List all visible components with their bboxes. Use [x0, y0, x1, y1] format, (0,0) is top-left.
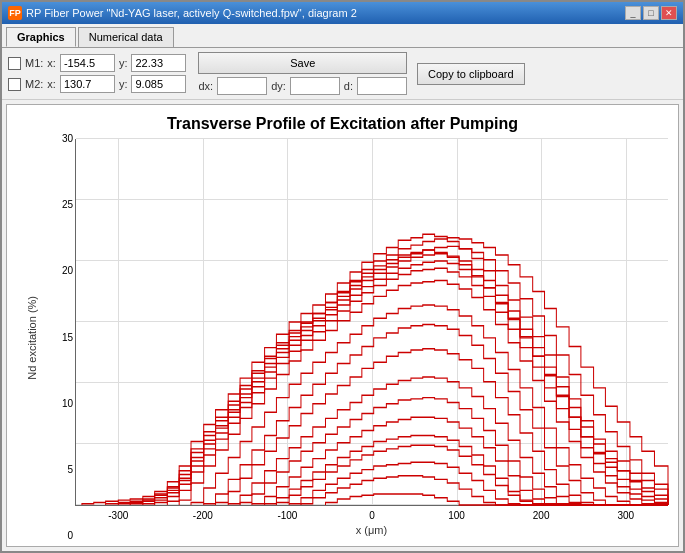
dx-input[interactable] [217, 77, 267, 95]
y-axis-wrapper: Nd excitation (%) [17, 139, 47, 536]
m1-y-input[interactable] [131, 54, 186, 72]
profile-20 [155, 261, 668, 505]
window-title: RP Fiber Power "Nd-YAG laser, actively Q… [26, 7, 357, 19]
save-button[interactable]: Save [198, 52, 407, 74]
ytick-25: 25 [62, 199, 73, 210]
m2-y-label: y: [119, 78, 128, 90]
button-group: Save dx: dy: d: [198, 52, 407, 95]
profile-2 [106, 250, 668, 505]
m1-y-label: y: [119, 57, 128, 69]
toolbar: M1: x: y: M2: x: y: Save dx: [2, 48, 683, 100]
copy-group: Copy to clipboard [417, 63, 525, 85]
m2-label: M2: [25, 78, 43, 90]
m2-x-label: x: [47, 78, 56, 90]
dx-dy-row: dx: dy: d: [198, 77, 407, 95]
chart-container: Transverse Profile of Excitation after P… [6, 104, 679, 547]
window-controls: _ □ ✕ [625, 6, 677, 20]
y-axis-label: Nd excitation (%) [22, 296, 42, 380]
profile-13 [191, 305, 668, 505]
xtick-n300: -300 [108, 510, 128, 521]
profile-22 [143, 254, 668, 505]
xtick-n200: -200 [193, 510, 213, 521]
ytick-0: 0 [67, 530, 73, 541]
m2-y-input[interactable] [131, 75, 186, 93]
close-button[interactable]: ✕ [661, 6, 677, 20]
minimize-button[interactable]: _ [625, 6, 641, 20]
profile-18 [167, 268, 668, 505]
xtick-0: 0 [369, 510, 375, 521]
main-window: FP RP Fiber Power "Nd-YAG laser, activel… [0, 0, 685, 553]
profile-8 [216, 349, 668, 505]
tabs-bar: Graphics Numerical data [2, 24, 683, 48]
title-bar: FP RP Fiber Power "Nd-YAG laser, activel… [2, 2, 683, 24]
x-axis-label: x (μm) [75, 524, 668, 536]
xtick-200: 200 [533, 510, 550, 521]
xtick-n100: -100 [277, 510, 297, 521]
m1-checkbox[interactable] [8, 57, 21, 70]
xtick-300: 300 [617, 510, 634, 521]
m2-checkbox[interactable] [8, 78, 21, 91]
dx-label: dx: [198, 80, 213, 92]
m1-row: M1: x: y: [8, 54, 186, 72]
m2-row: M2: x: y: [8, 75, 186, 93]
chart-plot-area: -300 -200 -100 0 100 200 300 .profile-li… [75, 139, 668, 506]
ytick-30: 30 [62, 133, 73, 144]
maximize-button[interactable]: □ [643, 6, 659, 20]
y-tick-labels: 0 5 10 15 20 25 30 [47, 139, 75, 536]
chart-area: Nd excitation (%) 0 5 10 15 20 25 30 [17, 139, 668, 536]
chart-title: Transverse Profile of Excitation after P… [17, 115, 668, 133]
dy-label: dy: [271, 80, 286, 92]
ytick-15: 15 [62, 332, 73, 343]
copy-to-clipboard-button[interactable]: Copy to clipboard [417, 63, 525, 85]
app-icon: FP [8, 6, 22, 20]
markers-column: M1: x: y: M2: x: y: [8, 54, 186, 93]
tab-numerical-data[interactable]: Numerical data [78, 27, 174, 47]
plot-wrapper: -300 -200 -100 0 100 200 300 .profile-li… [75, 139, 668, 536]
tab-graphics[interactable]: Graphics [6, 27, 76, 47]
ytick-10: 10 [62, 398, 73, 409]
m1-x-label: x: [47, 57, 56, 69]
chart-svg: .profile-line { fill: none; stroke: #cc0… [76, 139, 668, 505]
d-label: d: [344, 80, 353, 92]
xtick-100: 100 [448, 510, 465, 521]
d-input[interactable] [357, 77, 407, 95]
title-bar-left: FP RP Fiber Power "Nd-YAG laser, activel… [8, 6, 357, 20]
m1-label: M1: [25, 57, 43, 69]
m1-x-input[interactable] [60, 54, 115, 72]
dy-input[interactable] [290, 77, 340, 95]
m2-x-input[interactable] [60, 75, 115, 93]
ytick-5: 5 [67, 464, 73, 475]
ytick-20: 20 [62, 265, 73, 276]
